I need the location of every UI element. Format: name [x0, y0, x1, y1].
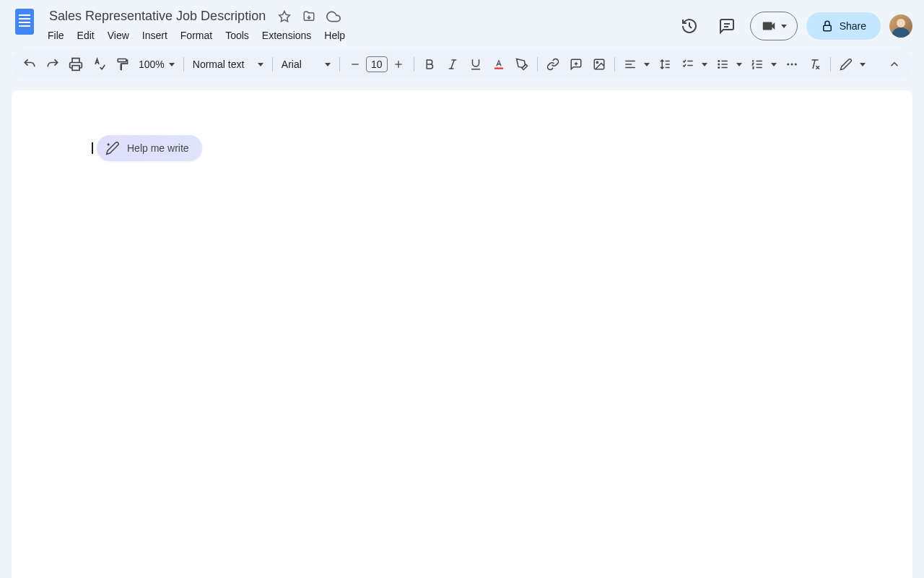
add-comment-button[interactable] [565, 53, 587, 75]
svg-point-34 [790, 64, 793, 66]
font-value: Arial [282, 59, 302, 70]
checklist-dropdown[interactable] [677, 53, 710, 75]
text-cursor [92, 142, 93, 154]
svg-point-25 [718, 64, 720, 66]
highlight-color-button[interactable] [511, 53, 533, 75]
redo-button[interactable] [42, 53, 64, 75]
svg-rect-3 [72, 66, 79, 71]
menu-insert[interactable]: Insert [136, 27, 173, 44]
svg-point-35 [795, 64, 797, 66]
bold-button[interactable] [419, 53, 440, 75]
clear-formatting-button[interactable] [804, 53, 826, 75]
bulleted-list-dropdown[interactable] [712, 53, 745, 75]
menu-edit[interactable]: Edit [71, 27, 100, 44]
menu-format[interactable]: Format [175, 27, 218, 44]
paint-format-button[interactable] [111, 53, 133, 75]
separator [339, 57, 340, 72]
version-history-icon[interactable] [675, 12, 704, 40]
align-icon [619, 53, 641, 75]
meet-button[interactable] [750, 12, 798, 40]
svg-rect-2 [823, 25, 831, 31]
lock-icon [821, 20, 834, 33]
svg-line-9 [451, 60, 455, 69]
increase-font-size-button[interactable] [388, 53, 409, 75]
chevron-down-icon [258, 63, 263, 66]
docs-home-icon[interactable] [12, 6, 38, 38]
move-icon[interactable] [300, 8, 318, 25]
svg-rect-27 [721, 61, 727, 62]
separator [537, 57, 538, 72]
menu-file[interactable]: File [42, 27, 70, 44]
collapse-toolbar-button[interactable] [884, 53, 905, 75]
insert-link-button[interactable] [542, 53, 564, 75]
chevron-down-icon [169, 63, 175, 66]
numbered-list-icon [746, 53, 768, 75]
cloud-status-icon[interactable] [325, 8, 342, 25]
separator [830, 57, 831, 72]
chevron-down-icon [771, 63, 777, 66]
help-me-write-label: Help me write [127, 142, 189, 154]
style-value: Normal text [193, 59, 245, 70]
svg-point-24 [718, 60, 720, 62]
bulleted-list-icon [712, 53, 733, 75]
chevron-down-icon [860, 63, 866, 66]
chevron-down-icon [736, 63, 742, 66]
font-size-input[interactable] [366, 56, 388, 72]
separator [272, 57, 273, 72]
header-actions: Share [675, 6, 912, 40]
star-icon[interactable] [276, 8, 293, 25]
chevron-down-icon [702, 63, 707, 66]
numbered-list-dropdown[interactable] [746, 53, 780, 75]
separator [183, 57, 184, 72]
titlebar: Sales Representative Job Description Fil… [0, 0, 924, 44]
checklist-icon [677, 53, 699, 75]
separator [614, 57, 615, 72]
magic-pencil-icon [105, 141, 120, 155]
document-title[interactable]: Sales Representative Job Description [46, 7, 269, 25]
zoom-value: 100% [139, 59, 165, 70]
text-color-button[interactable] [488, 53, 510, 75]
more-options-button[interactable] [781, 53, 803, 75]
svg-rect-29 [721, 67, 727, 69]
menu-extensions[interactable]: Extensions [256, 27, 317, 44]
insert-image-button[interactable] [588, 53, 610, 75]
undo-button[interactable] [19, 53, 40, 75]
title-area: Sales Representative Job Description Fil… [46, 6, 666, 44]
svg-rect-28 [721, 64, 727, 65]
account-avatar[interactable] [889, 14, 912, 38]
chevron-down-icon [644, 63, 650, 66]
svg-rect-11 [494, 68, 503, 69]
print-button[interactable] [65, 53, 87, 75]
comments-icon[interactable] [712, 12, 741, 40]
paragraph-style-dropdown[interactable]: Normal text [188, 56, 268, 73]
editing-mode-dropdown[interactable] [835, 53, 868, 75]
menu-bar: File Edit View Insert Format Tools Exten… [42, 27, 666, 44]
document-area: Help me write [0, 90, 924, 578]
decrease-font-size-button[interactable] [344, 53, 366, 75]
chevron-down-icon [325, 63, 331, 66]
svg-point-26 [718, 66, 720, 69]
menu-tools[interactable]: Tools [219, 27, 255, 44]
toolbar: 100% Normal text Arial [12, 50, 912, 79]
menu-view[interactable]: View [102, 27, 135, 44]
share-label: Share [840, 20, 866, 32]
svg-point-33 [787, 64, 789, 66]
svg-point-15 [596, 61, 598, 63]
line-spacing-button[interactable] [654, 53, 676, 75]
help-me-write-chip[interactable]: Help me write [97, 135, 202, 161]
font-size-control [344, 53, 409, 75]
separator [414, 57, 414, 72]
video-icon [761, 18, 777, 34]
italic-button[interactable] [442, 53, 463, 75]
pencil-icon [835, 53, 857, 75]
font-dropdown[interactable]: Arial [277, 56, 335, 73]
chevron-down-icon [781, 25, 787, 28]
spellcheck-button[interactable] [88, 53, 110, 75]
underline-button[interactable] [465, 53, 487, 75]
title-row: Sales Representative Job Description [46, 6, 666, 25]
zoom-dropdown[interactable]: 100% [134, 56, 179, 73]
share-button[interactable]: Share [806, 12, 881, 40]
align-dropdown[interactable] [619, 53, 653, 75]
menu-help[interactable]: Help [318, 27, 351, 44]
document-page[interactable]: Help me write [12, 90, 912, 578]
